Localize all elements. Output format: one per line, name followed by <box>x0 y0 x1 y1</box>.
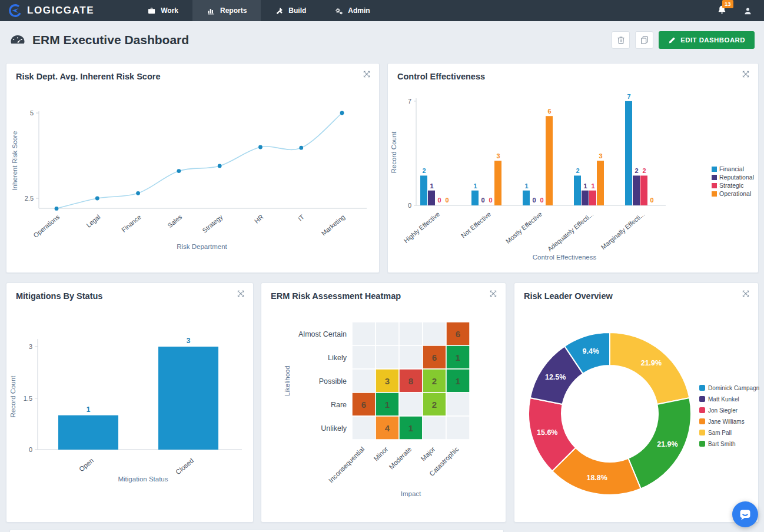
nav-item-build[interactable]: Build <box>261 0 320 21</box>
chat-launcher-button[interactable] <box>732 501 758 527</box>
svg-text:Finance: Finance <box>120 213 142 233</box>
svg-text:1: 1 <box>408 423 413 433</box>
svg-text:12.5%: 12.5% <box>545 373 566 381</box>
svg-text:1: 1 <box>583 182 587 189</box>
svg-text:Strategic: Strategic <box>719 182 743 189</box>
svg-text:Highly Effective: Highly Effective <box>403 210 441 244</box>
svg-text:Dominick Campagna: Dominick Campagna <box>708 385 759 391</box>
svg-text:Record Count: Record Count <box>9 375 16 418</box>
card-title: Mitigations By Status <box>16 291 102 301</box>
svg-text:Inherent Risk Score: Inherent Risk Score <box>11 131 18 191</box>
nav-item-label: Work <box>161 6 178 15</box>
svg-text:21.9%: 21.9% <box>657 440 677 448</box>
user-icon <box>743 6 752 15</box>
card-risk-assessment-heatmap: ERM Risk Assessment Heatmap 6Almost Cert… <box>261 282 506 523</box>
gears-icon <box>334 6 343 15</box>
svg-text:9.4%: 9.4% <box>582 347 599 355</box>
delete-dashboard-button[interactable] <box>612 31 630 49</box>
expand-button[interactable] <box>740 288 751 299</box>
nav-item-work[interactable]: Work <box>133 0 192 21</box>
svg-text:15.6%: 15.6% <box>537 428 557 437</box>
page-title: ERM Executive Dashboard <box>32 33 189 47</box>
logicgate-logo[interactable]: LOGICGATE <box>0 0 102 21</box>
nav-item-label: Admin <box>348 6 370 15</box>
svg-text:Possible: Possible <box>319 377 347 385</box>
expand-button[interactable] <box>235 288 246 299</box>
card-title: Risk Dept. Avg. Inherent Risk Score <box>16 72 161 81</box>
svg-text:Operational: Operational <box>719 190 751 197</box>
expand-button[interactable] <box>740 69 751 79</box>
svg-text:Bart Smith: Bart Smith <box>708 441 736 447</box>
donut-chart-canvas: 21.9%21.9%18.8%15.6%12.5%9.4%Dominick Ca… <box>514 305 759 522</box>
edit-dashboard-button[interactable]: EDIT DASHBOARD <box>659 31 755 49</box>
briefcase-icon <box>147 6 156 15</box>
svg-text:Risk Department: Risk Department <box>177 243 227 250</box>
svg-text:3: 3 <box>385 376 390 386</box>
navbar-right: 13 <box>717 0 764 21</box>
svg-text:1: 1 <box>87 405 91 414</box>
svg-text:Marginally Effecti...: Marginally Effecti... <box>600 210 646 251</box>
svg-text:Moderate: Moderate <box>388 445 413 471</box>
svg-text:Mostly Effective: Mostly Effective <box>504 210 544 245</box>
svg-text:Almost Certain: Almost Certain <box>298 330 347 338</box>
svg-text:Impact: Impact <box>401 490 421 497</box>
notifications-button[interactable]: 13 <box>717 5 727 17</box>
svg-text:Closed: Closed <box>174 457 195 476</box>
svg-text:Minor: Minor <box>373 445 390 463</box>
pencil-icon <box>668 36 676 44</box>
bar-chart-icon <box>207 6 215 15</box>
svg-text:Record Count: Record Count <box>390 131 397 174</box>
copy-dashboard-button[interactable] <box>635 31 653 49</box>
svg-text:1: 1 <box>456 376 460 386</box>
svg-text:0: 0 <box>437 197 441 204</box>
svg-text:6: 6 <box>361 400 366 410</box>
svg-text:8: 8 <box>408 376 413 386</box>
nav-item-reports[interactable]: Reports <box>192 0 261 21</box>
svg-text:3: 3 <box>599 152 602 159</box>
svg-text:1.5: 1.5 <box>24 395 32 402</box>
svg-text:0: 0 <box>481 197 484 204</box>
svg-text:Unlikely: Unlikely <box>321 424 347 433</box>
hammer-icon <box>275 6 284 15</box>
svg-text:0: 0 <box>408 202 411 209</box>
expand-button[interactable] <box>488 288 499 299</box>
next-row-card-partial <box>9 529 504 532</box>
svg-text:7: 7 <box>408 98 411 105</box>
expand-button[interactable] <box>361 69 372 79</box>
header-actions: EDIT DASHBOARD <box>612 31 755 49</box>
svg-text:1: 1 <box>430 182 433 189</box>
logicgate-logo-icon <box>8 4 22 18</box>
gauge-icon <box>9 33 26 47</box>
svg-text:6: 6 <box>432 353 437 363</box>
nav-menu: Work Reports Build <box>133 0 384 21</box>
svg-text:5: 5 <box>30 109 34 117</box>
card-risk-dept-line: Risk Dept. Avg. Inherent Risk Score 2.55… <box>6 63 380 273</box>
svg-text:2.5: 2.5 <box>25 195 34 202</box>
svg-text:Not Effective: Not Effective <box>460 210 492 239</box>
brand-text: LOGICGATE <box>27 5 94 16</box>
nav-item-label: Reports <box>220 6 247 15</box>
svg-text:Control Effectiveness: Control Effectiveness <box>533 254 597 261</box>
svg-text:Financial: Financial <box>719 165 744 172</box>
nav-item-admin[interactable]: Admin <box>320 0 384 21</box>
svg-text:6: 6 <box>456 329 460 339</box>
edit-dashboard-label: EDIT DASHBOARD <box>680 36 745 44</box>
svg-text:2: 2 <box>635 167 638 174</box>
svg-text:1: 1 <box>385 400 390 410</box>
svg-text:2: 2 <box>576 167 579 174</box>
svg-text:3: 3 <box>187 337 191 345</box>
nav-item-label: Build <box>288 6 306 15</box>
svg-text:3: 3 <box>496 152 500 159</box>
svg-text:Reputational: Reputational <box>719 174 754 181</box>
svg-text:3: 3 <box>29 343 32 350</box>
svg-text:0: 0 <box>532 197 536 204</box>
grouped-bar-chart-canvas: 072100Highly Effective1003Not Effective1… <box>388 89 759 272</box>
user-menu-button[interactable] <box>743 6 752 15</box>
svg-text:Jane Williams: Jane Williams <box>708 418 745 425</box>
svg-text:Strategy: Strategy <box>201 213 224 234</box>
svg-text:Inconsequential: Inconsequential <box>327 445 366 484</box>
svg-text:Mitigation Status: Mitigation Status <box>118 476 168 483</box>
svg-text:4: 4 <box>385 423 390 433</box>
copy-icon <box>640 35 649 45</box>
card-title: Control Effectiveness <box>397 72 485 81</box>
